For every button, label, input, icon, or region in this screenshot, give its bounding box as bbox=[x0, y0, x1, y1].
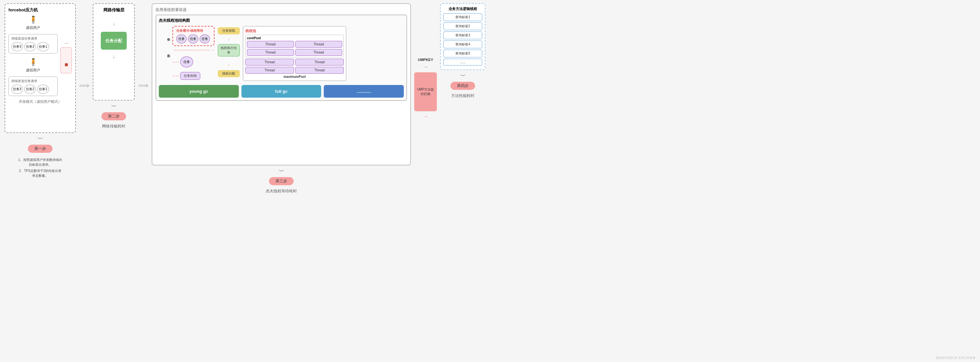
buffer-task-2: 任务 bbox=[188, 34, 198, 43]
arrow-2-3: ⟹ bbox=[138, 81, 148, 90]
query-tag-1: 查询标签1 bbox=[443, 13, 482, 21]
task-box-2: 持续发送任务请求 任务3 任务2 任务1 bbox=[8, 77, 58, 96]
dashed-arrow-1: → bbox=[174, 48, 215, 52]
thread-7: Thread bbox=[245, 67, 294, 73]
thread-pool-section: 线程池 corePool Thread Thread Thread Thread bbox=[243, 26, 347, 81]
user-group-1: 🧍 虚拟用户 bbox=[8, 16, 58, 30]
brace-step1: ⌣ bbox=[18, 134, 62, 141]
forcebot-title: forcebot压力机 bbox=[8, 7, 72, 13]
monitor-box-forcebot: 事务性能监控 bbox=[60, 47, 72, 73]
max-pool-label: maximumPool bbox=[245, 75, 344, 78]
query-tag-2: 查询标签2 bbox=[443, 22, 482, 30]
query-tag-4: 查询标签4 bbox=[443, 41, 482, 48]
query-tags-list: 查询标签1 查询标签2 查询标签3 查询标签4 查询标签5 ...... bbox=[443, 13, 482, 65]
arrow-down-dist: ↓ bbox=[228, 62, 230, 67]
task-label-2: 持续发送任务请求 bbox=[11, 79, 55, 83]
network-section: 网路传输层 ↓ 任务分配 ↓ bbox=[93, 3, 135, 100]
step4-label: 方法性能耗时 bbox=[450, 93, 475, 99]
buffer-box: 任务缓冲-线程等待 任务 任务 任务 bbox=[172, 26, 215, 46]
query-tag-3: 查询标签3 bbox=[443, 32, 482, 39]
core-pool-box: corePool Thread Thread Thread Thread bbox=[245, 35, 344, 57]
arrow-net-down: ↓ bbox=[113, 21, 115, 27]
task-pill-3b: 任务3 bbox=[11, 85, 23, 94]
ump-box: UMP方法监控拦截 bbox=[414, 72, 437, 111]
step2-label: 网络传输耗时 bbox=[102, 124, 126, 129]
task-reject-node: 任务拒绝 bbox=[180, 72, 200, 80]
thread-1: Thread bbox=[247, 41, 294, 48]
step1-badge: 第一步 bbox=[28, 145, 52, 153]
forcebot-section: forcebot压力机 🧍 虚拟用户 持续发送任务请求 任务3 任 bbox=[5, 3, 76, 133]
step4-badge: 第四步 bbox=[450, 82, 475, 90]
task-pill-3a: 任务3 bbox=[11, 42, 23, 51]
thread-pool-col: 线程池 corePool Thread Thread Thread Thread bbox=[243, 26, 347, 81]
thread-exec-node: 线程执行任务 bbox=[218, 44, 240, 56]
business-section: 业务方法逻辑线程 查询标签1 查询标签2 查询标签3 查询标签4 查询标签5 .… bbox=[440, 3, 485, 70]
query-tag-5: 查询标签5 bbox=[443, 49, 482, 57]
step3-section: ⌣ 第三步 杰夫线程等待耗时 bbox=[152, 167, 411, 194]
jafu-title: 杰夫线程池结构图 bbox=[159, 18, 404, 23]
arrow-to-ump: → bbox=[423, 64, 428, 70]
gc-young-bar: young gc bbox=[159, 85, 239, 97]
step4-section: ⌣ 第四步 方法性能耗时 bbox=[450, 71, 475, 99]
jafu-container: 杰夫线程池结构图 任务中转 直接执行 任务缓冲-线程等待 任务 bbox=[156, 14, 407, 101]
thread-4: Thread bbox=[295, 49, 342, 56]
step3-badge: 第三步 bbox=[269, 177, 294, 185]
arrow-1-2: ⟹ bbox=[79, 81, 89, 90]
task-label-1: 持续发送任务请求 bbox=[11, 36, 55, 41]
task-pill-2a: 任务2 bbox=[24, 42, 36, 51]
buffer-task-3: 任务 bbox=[200, 34, 210, 43]
thread-pool-title: 线程池 bbox=[245, 29, 344, 33]
task-pill-2b: 任务2 bbox=[24, 85, 36, 94]
umpkey-title: UMPKEY bbox=[418, 58, 433, 62]
brace-step4: ⌣ bbox=[450, 71, 475, 78]
concurrency-label: 并发模式（虚拟用户模式） bbox=[8, 99, 72, 104]
task-dist-box: 任务分配 bbox=[101, 32, 127, 49]
step2-section: ⌣ 第二步 网络传输耗时 bbox=[102, 102, 126, 129]
query-tag-dots: ...... bbox=[443, 59, 482, 65]
step2-badge: 第二步 bbox=[102, 112, 126, 120]
business-title: 业务方法逻辑线程 bbox=[443, 6, 482, 11]
thread-2: Thread bbox=[295, 41, 342, 48]
gc-row: young gc full gc ............ bbox=[159, 85, 404, 97]
gc-full-bar: full gc bbox=[242, 85, 321, 97]
task-pill-1b: 任务1 bbox=[37, 85, 49, 94]
arrow-down-exec: ↓ bbox=[228, 37, 230, 41]
brace-step3: ⌣ bbox=[152, 167, 411, 173]
user-icon-2: 🧍 bbox=[29, 58, 38, 67]
main-container: forcebot压力机 🧍 虚拟用户 持续发送任务请求 任务3 任 bbox=[0, 0, 490, 197]
step3-label: 杰夫线程等待耗时 bbox=[152, 188, 411, 194]
thread-3: Thread bbox=[247, 49, 294, 56]
thread-5: Thread bbox=[245, 59, 294, 65]
user-group-2: 🧍 虚拟用户 bbox=[8, 58, 58, 73]
arrow-to-monitor: → bbox=[64, 40, 69, 46]
network-title: 网路传输层 bbox=[103, 7, 124, 13]
brace-step2: ⌣ bbox=[102, 102, 126, 108]
gc-dots-bar: ............ bbox=[324, 85, 404, 97]
user-label-2: 虚拟用户 bbox=[26, 68, 40, 73]
buffer-title: 任务缓冲-线程等待 bbox=[176, 29, 211, 33]
task-node: 任务 bbox=[180, 56, 193, 67]
app-container-title: 应用系统部署容器 bbox=[156, 7, 407, 13]
task-box-1: 持续发送任务请求 任务3 任务2 任务1 bbox=[8, 34, 58, 54]
core-pool-label: corePool bbox=[247, 36, 342, 40]
task-fetch-node: 任务获取 bbox=[218, 27, 240, 34]
arrow-from-ump: → bbox=[423, 113, 428, 120]
thread-6: Thread bbox=[295, 59, 344, 65]
step1-section: ⌣ 第一步 1、按照虚拟用户并发数持续向 目标发出请求。 2、TPS总数等于1秒… bbox=[18, 134, 62, 178]
user-label-1: 虚拟用户 bbox=[26, 25, 40, 30]
app-container-section: 应用系统部署容器 杰夫线程池结构图 任务中转 直接执行 任务缓冲-线程等待 bbox=[152, 3, 411, 166]
arrow-net-down2: ↓ bbox=[113, 54, 115, 59]
thread-8: Thread bbox=[295, 67, 344, 73]
user-icon-1: 🧍 bbox=[29, 16, 38, 24]
task-dist-node: 线程分配 bbox=[218, 70, 240, 77]
task-pill-1a: 任务1 bbox=[37, 42, 49, 51]
buffer-task-1: 任务 bbox=[176, 34, 187, 43]
desc-text: 1、按照虚拟用户并发数持续向 目标发出请求。 2、TPS总数等于1秒内发出请 求… bbox=[18, 157, 62, 178]
